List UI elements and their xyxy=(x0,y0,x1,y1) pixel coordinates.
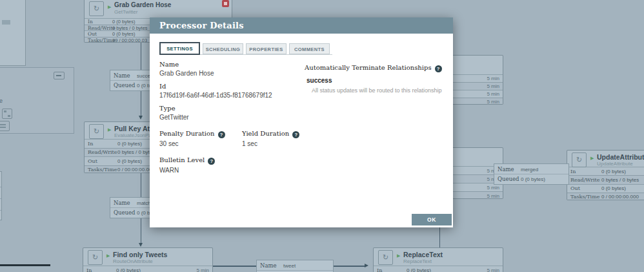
stat-row: In0 (0 bytes)5 min xyxy=(83,266,212,272)
run-status-icon: ▶ xyxy=(108,5,111,10)
process-group-box[interactable]: e xyxy=(0,67,74,134)
processor-type: RouteOnAttribute xyxy=(113,258,153,264)
ok-button[interactable]: OK xyxy=(412,214,452,225)
processor-name: Find only Tweets xyxy=(113,251,167,258)
stat-row: In0 (0 bytes) xyxy=(567,167,644,175)
field-label: Bulletin Level xyxy=(159,156,205,163)
dialog-tabs: SETTINGS SCHEDULING PROPERTIES COMMENTS xyxy=(159,42,332,55)
stat-row: In0 (0 bytes)5 min xyxy=(374,266,503,272)
processor-type: ReplaceText xyxy=(403,258,432,264)
section-heading: Automatically Terminate Relationships xyxy=(305,64,432,71)
processor-icon: ↻ xyxy=(88,250,103,265)
tab-settings[interactable]: SETTINGS xyxy=(159,42,200,55)
connection-arrow xyxy=(139,243,143,247)
stat-row: Read/Write0 bytes / 0 bytes xyxy=(567,175,644,183)
stat-row: Tasks/Time0 / 00:00:00.000 xyxy=(567,193,644,200)
field-value: GetTwitter xyxy=(159,114,443,121)
dialog-title: Processor Details xyxy=(150,17,453,34)
collapse-icon[interactable] xyxy=(54,72,65,79)
field-bulletin-level: Bulletin Level? WARN xyxy=(159,153,443,174)
processor-name: UpdateAttribute xyxy=(597,153,644,161)
partial-text-block xyxy=(2,20,10,25)
run-status-icon: ▶ xyxy=(590,156,594,161)
bulletin-icon[interactable] xyxy=(222,0,229,7)
processor-name: Grab Garden Hose xyxy=(114,1,171,8)
relationship-name: success xyxy=(307,77,445,84)
connection-arrow xyxy=(139,116,143,120)
label-icon xyxy=(0,121,10,131)
tab-scheduling[interactable]: SCHEDULING xyxy=(203,43,243,54)
processor-icon: ↻ xyxy=(89,124,104,139)
connection-label-merged[interactable]: Namemerged Queued0 (0 bytes) xyxy=(494,163,569,185)
tab-properties[interactable]: PROPERTIES xyxy=(246,43,287,54)
flow-icon xyxy=(2,109,12,119)
help-icon[interactable]: ? xyxy=(218,131,225,138)
field-label: Penalty Duration xyxy=(159,130,215,137)
connection-arrow xyxy=(365,264,368,267)
help-icon[interactable]: ? xyxy=(435,65,442,72)
run-status-icon: ▶ xyxy=(106,253,110,258)
run-status-icon: ▶ xyxy=(108,127,111,132)
help-icon[interactable]: ? xyxy=(208,158,215,165)
processor-icon: ↻ xyxy=(89,1,104,16)
partial-processor-left-edge[interactable] xyxy=(0,171,2,220)
processor-name: ReplaceText xyxy=(403,251,443,258)
field-type: Type GetTwitter xyxy=(159,105,443,121)
relationship-description: All status updates will be routed to thi… xyxy=(312,87,445,94)
field-label: Yield Duration xyxy=(242,130,289,137)
tab-comments[interactable]: COMMENTS xyxy=(289,43,330,54)
field-value: 1 sec xyxy=(242,140,299,147)
processor-type: UpdateAttribute xyxy=(597,161,633,167)
processor-type: GetTwitter xyxy=(114,9,137,15)
connection-line xyxy=(0,264,50,266)
processor-details-dialog: Processor Details SETTINGS SCHEDULING PR… xyxy=(150,17,453,227)
field-value: 30 sec xyxy=(159,140,242,147)
connection-label-tweet[interactable]: Nametweet Queued0 (0 bytes) xyxy=(256,260,334,272)
group-label-fragment: e xyxy=(0,98,3,104)
field-penalty-duration: Penalty Duration? 30 sec xyxy=(159,127,242,147)
stat-row: Out0 (0 bytes) xyxy=(567,184,644,193)
processor-card-replacetext[interactable]: ↻ ▶ ReplaceText ReplaceText In0 (0 bytes… xyxy=(373,247,503,272)
processor-icon: ↻ xyxy=(378,250,393,265)
processor-icon: ↻ xyxy=(572,152,587,167)
processor-card-find-only-tweets[interactable]: ↻ ▶ Find only Tweets RouteOnAttribute In… xyxy=(83,247,213,272)
partial-processor-top-left[interactable] xyxy=(0,0,26,66)
run-status-icon: ▶ xyxy=(397,253,400,258)
processor-card-updateattribute[interactable]: ↻ ▶ UpdateAttribute UpdateAttribute In0 … xyxy=(567,150,644,200)
field-value: WARN xyxy=(159,167,443,174)
auto-terminate-relationships-section: Automatically Terminate Relationships? s… xyxy=(305,61,445,94)
help-icon[interactable]: ? xyxy=(292,131,299,138)
field-yield-duration: Yield Duration? 1 sec xyxy=(242,127,299,147)
field-label: Type xyxy=(159,105,443,112)
